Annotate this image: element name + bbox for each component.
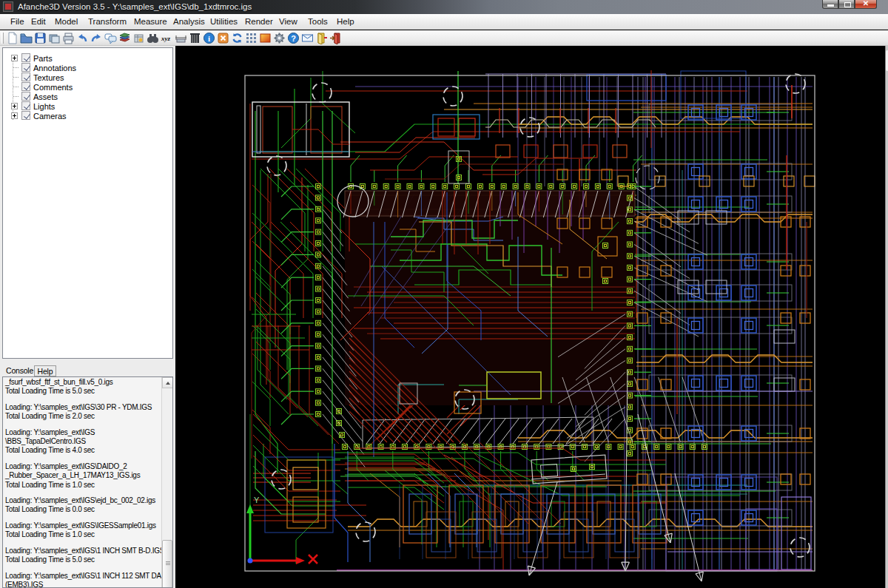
svg-text:i: i — [208, 34, 210, 43]
svg-text:Y: Y — [254, 496, 260, 504]
svg-text:xyz: xyz — [161, 35, 170, 42]
svg-text:?: ? — [291, 34, 296, 43]
